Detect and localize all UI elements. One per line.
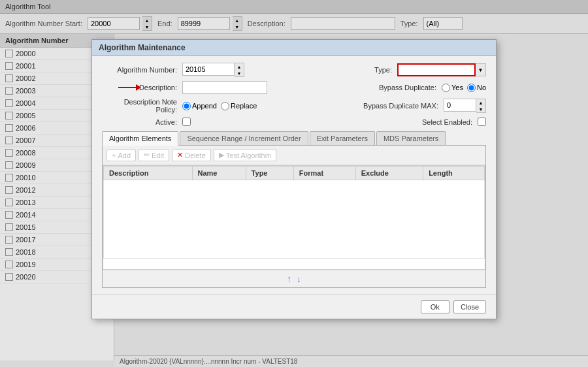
test-label: Test Algorithm (226, 152, 271, 159)
add-button[interactable]: + Add (106, 150, 136, 161)
form-row-active-select: Active: Select Enabled: (102, 118, 486, 126)
bypass-max-spin-down[interactable]: ▼ (476, 106, 485, 112)
data-table: DescriptionNameTypeFormatExcludeLength (103, 166, 485, 259)
modal-title-bar: Algorithm Maintenance (92, 40, 496, 56)
tabs-row: Algorithm ElementsSequence Range / Incre… (102, 131, 486, 146)
modal-footer: Ok Close (92, 295, 496, 319)
replace-radio[interactable] (221, 102, 229, 110)
modal-overlay: Algorithm Maintenance Algorithm Number: … (0, 0, 588, 367)
form-row-desc-bypass: Description: Bypass Duplicate: Yes No (102, 81, 486, 94)
edit-btn-icon: ✏ (144, 151, 150, 159)
table-toolbar: + Add ✏ Edit ✕ Delete (103, 146, 485, 165)
algo-number-label: Algorithm Number: (102, 66, 177, 74)
desc-arrow-group: Description: (102, 84, 177, 91)
app-window: Algorithm Tool Algorithm Number Start: ▲… (0, 0, 588, 367)
type-select-group: ▼ (397, 63, 486, 76)
bypass-max-label: Bypass Duplicate MAX: (353, 102, 438, 110)
bypass-no-radio[interactable] (467, 84, 476, 92)
move-down-button[interactable]: ↓ (297, 274, 301, 284)
bypass-dup-label: Bypass Duplicate: (368, 84, 436, 91)
replace-text: Replace (231, 102, 257, 110)
algo-number-input[interactable] (182, 63, 235, 76)
test-algorithm-button[interactable]: ▶ Test Algorithm (214, 149, 276, 161)
type-field-label: Type: (369, 66, 392, 74)
col-header-length: Length (423, 167, 485, 180)
arrow-line (118, 87, 137, 88)
append-label[interactable]: Append (182, 102, 217, 110)
algo-number-spin-down[interactable]: ▼ (235, 70, 244, 76)
form-row-algo-type: Algorithm Number: ▲ ▼ Type: ▼ (102, 63, 486, 77)
move-up-button[interactable]: ↑ (287, 274, 291, 284)
modal-body: Algorithm Number: ▲ ▼ Type: ▼ (92, 56, 496, 295)
modal-dialog: Algorithm Maintenance Algorithm Number: … (91, 39, 497, 319)
arrow-head (136, 84, 141, 91)
tab-mds-parameters[interactable]: MDS Parameters (376, 131, 446, 145)
note-policy-radio-group: Append Replace (182, 102, 257, 110)
bypass-yes-text: Yes (451, 84, 463, 91)
add-icon: + (112, 152, 116, 159)
test-icon: ▶ (219, 151, 224, 159)
form-row-note-max: Description Note Policy: Append Replace … (102, 98, 486, 114)
table-header: DescriptionNameTypeFormatExcludeLength (104, 167, 485, 180)
select-enabled-label: Select Enabled: (387, 118, 472, 126)
bypass-max-group: ▲ ▼ (444, 99, 486, 113)
replace-label[interactable]: Replace (221, 102, 257, 110)
select-enabled-checkbox[interactable] (478, 118, 486, 126)
ok-button[interactable]: Ok (421, 300, 449, 313)
algo-number-spinner: ▲ ▼ (235, 63, 244, 77)
delete-icon: ✕ (177, 151, 183, 159)
tab-content-area: + Add ✏ Edit ✕ Delete (102, 146, 486, 288)
bypass-dup-radio-group: Yes No (442, 84, 486, 92)
type-dropdown-btn[interactable]: ▼ (476, 63, 486, 76)
algo-number-group: ▲ ▼ (182, 63, 244, 77)
desc-field-label: Description: (139, 84, 177, 91)
table-body (104, 180, 485, 259)
empty-row (104, 180, 485, 259)
col-header-type: Type (246, 167, 293, 180)
bypass-yes-radio[interactable] (442, 84, 450, 92)
delete-button[interactable]: ✕ Delete (172, 149, 211, 161)
desc-note-label: Description Note Policy: (102, 98, 177, 114)
append-radio[interactable] (182, 102, 191, 110)
red-arrow (118, 87, 137, 88)
active-checkbox[interactable] (182, 118, 191, 126)
bypass-no-label[interactable]: No (467, 84, 486, 92)
tab-algorithm-elements[interactable]: Algorithm Elements (102, 131, 178, 146)
close-button[interactable]: Close (453, 300, 486, 313)
table-container: DescriptionNameTypeFormatExcludeLength (103, 165, 485, 270)
table-arrows: ↑ ↓ (103, 270, 485, 287)
col-header-exclude: Exclude (355, 167, 423, 180)
bypass-max-spin-up[interactable]: ▲ (476, 99, 485, 106)
bypass-yes-label[interactable]: Yes (442, 84, 463, 92)
col-header-name: Name (192, 167, 246, 180)
algo-number-spin-up[interactable]: ▲ (235, 63, 244, 70)
col-header-description: Description (104, 167, 193, 180)
append-text: Append (192, 102, 217, 110)
type-field-input[interactable] (397, 63, 476, 76)
add-label: Add (118, 152, 131, 159)
table-header-row: DescriptionNameTypeFormatExcludeLength (104, 167, 485, 180)
bypass-no-text: No (477, 84, 486, 91)
tab-sequence-range-/-increment-order[interactable]: Sequence Range / Increment Order (180, 131, 308, 145)
bypass-max-spinner: ▲ ▼ (476, 99, 486, 113)
col-header-format: Format (293, 167, 355, 180)
tabs-container: Algorithm ElementsSequence Range / Incre… (102, 131, 486, 288)
edit-btn-label: Edit (152, 152, 164, 159)
modal-title: Algorithm Maintenance (99, 43, 186, 52)
tab-exit-parameters[interactable]: Exit Parameters (310, 131, 375, 145)
edit-button[interactable]: ✏ Edit (139, 149, 169, 161)
desc-field-input[interactable] (182, 81, 267, 94)
bypass-max-input[interactable] (444, 99, 476, 112)
delete-label: Delete (185, 152, 206, 159)
active-label: Active: (102, 118, 177, 126)
